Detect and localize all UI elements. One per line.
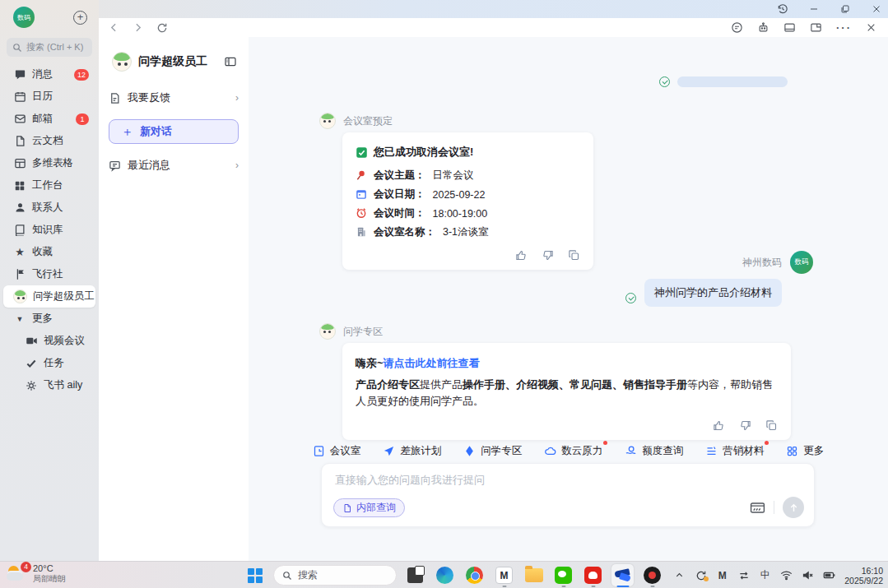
recorder-button[interactable] xyxy=(641,564,663,586)
new-chat-button[interactable]: ＋ 新对话 xyxy=(109,119,239,144)
calendar-color-icon xyxy=(356,188,368,201)
user-avatar[interactable]: 数码 xyxy=(790,251,813,274)
sidebar-item-messages[interactable]: 消息 12 xyxy=(3,63,95,86)
edge-button[interactable] xyxy=(434,564,456,586)
message-sender: 会议室预定 xyxy=(343,114,393,128)
user-name: 神州数码 xyxy=(742,256,782,270)
weather-widget[interactable]: 4 20°C 局部晴朗 xyxy=(7,563,66,584)
start-button[interactable] xyxy=(244,564,266,586)
sidebar-item-more[interactable]: ▼ 更多 xyxy=(3,308,95,330)
bot-icon[interactable] xyxy=(757,21,769,34)
feishu-button[interactable] xyxy=(611,564,634,586)
input-placeholder: 直接输入您的问题向我进行提问 xyxy=(335,473,485,488)
m-tray-icon[interactable]: M xyxy=(716,569,728,581)
internal-query-pill[interactable]: 内部查询 xyxy=(333,498,405,517)
plus-icon: ＋ xyxy=(121,124,133,140)
quick-action-marketing[interactable]: 营销材料 xyxy=(705,444,764,458)
explorer-button[interactable] xyxy=(523,564,545,586)
battery-icon[interactable] xyxy=(823,569,835,581)
sidebar-item-wenxue-super-employee[interactable]: 问学超级员工 xyxy=(3,285,95,308)
unread-badge: 12 xyxy=(74,69,89,81)
quick-action-meeting-room[interactable]: 会议室 xyxy=(313,444,361,458)
chrome-button[interactable] xyxy=(463,564,486,586)
chat-area: 会议室预定 您已成功取消会议室! 会议主题： 日常会议 会议日期： 2025-0… xyxy=(249,37,888,561)
panel-title: 问学超级员工 xyxy=(138,54,217,69)
sidebar-item-feishu-aily[interactable]: 飞书 aily xyxy=(3,374,95,396)
tray-expand-icon[interactable] xyxy=(673,569,686,581)
quick-action-travel-plan[interactable]: 差旅计划 xyxy=(383,444,441,458)
recent-messages-item[interactable]: 最近消息 › xyxy=(109,152,239,178)
mail-icon xyxy=(13,113,26,126)
sidebar-item-flight-club[interactable]: 飞行社 xyxy=(3,263,95,285)
clock[interactable]: 16:10 2025/9/22 xyxy=(844,566,883,586)
refresh-icon[interactable] xyxy=(156,22,168,34)
sidebar-item-contacts[interactable]: 联系人 xyxy=(3,197,95,219)
back-icon[interactable] xyxy=(109,22,119,33)
feishu-icon xyxy=(614,567,631,584)
card-view-icon[interactable] xyxy=(783,21,796,34)
quick-action-label: 会议室 xyxy=(330,444,361,458)
card-link[interactable]: 请点击此处前往查看 xyxy=(384,357,480,369)
message-input-card[interactable]: 直接输入您的问题向我进行提问 内部查询 xyxy=(321,463,815,527)
wechat-button[interactable] xyxy=(552,564,574,586)
quick-action-more[interactable]: 更多 xyxy=(786,444,824,458)
quick-action-quota[interactable]: 额度查询 xyxy=(625,444,683,458)
sidebar-item-favorites[interactable]: ★ 收藏 xyxy=(3,241,95,263)
bot-avatar[interactable] xyxy=(319,113,336,129)
sidebar-item-base[interactable]: 多维表格 xyxy=(3,152,95,174)
send-button[interactable] xyxy=(783,497,804,518)
history-icon[interactable] xyxy=(776,2,789,16)
close-chat-icon[interactable] xyxy=(866,22,876,33)
add-icon[interactable]: + xyxy=(73,11,87,25)
sync-tray-icon[interactable] xyxy=(695,569,707,581)
sidebar-item-calendar[interactable]: 日历 xyxy=(3,86,95,108)
collapse-panel-icon[interactable] xyxy=(224,55,237,68)
sidebar-item-label: 消息 xyxy=(32,67,53,81)
layout-icon[interactable] xyxy=(810,21,822,34)
workbench-icon xyxy=(13,179,26,192)
star-icon: ★ xyxy=(13,246,26,259)
chat-icon xyxy=(13,68,26,81)
task-view-icon xyxy=(407,567,423,583)
close-button[interactable] xyxy=(870,2,883,16)
sidebar-item-video-meeting[interactable]: 视频会议 xyxy=(3,330,95,352)
wifi-icon[interactable] xyxy=(780,569,793,581)
sidebar-item-mail[interactable]: 邮箱 1 xyxy=(3,108,95,130)
maximize-button[interactable] xyxy=(839,2,852,16)
chrome-icon xyxy=(466,567,483,584)
taskbar-search-label: 搜索 xyxy=(298,568,318,582)
feedback-item[interactable]: 我要反馈 › xyxy=(109,85,239,111)
ime-indicator[interactable]: 中 xyxy=(759,569,771,581)
shortcut-icon[interactable] xyxy=(750,502,765,514)
switch-tray-icon[interactable] xyxy=(737,569,750,581)
markdown-app-button[interactable]: M xyxy=(493,564,515,586)
sidebar-item-label: 收藏 xyxy=(32,245,53,259)
message-sender: 问学专区 xyxy=(343,325,383,339)
search-input[interactable]: 搜索 (Ctrl + K) xyxy=(7,38,92,57)
notification-dot xyxy=(603,441,607,445)
volume-muted-icon[interactable] xyxy=(802,569,814,581)
user-avatar[interactable]: 数码 xyxy=(13,7,35,28)
minimize-button[interactable] xyxy=(807,2,821,16)
chat-mode-icon[interactable] xyxy=(731,21,743,34)
sidebar-item-workbench[interactable]: 工作台 xyxy=(3,174,95,197)
sidebar-item-knowledge[interactable]: 知识库 xyxy=(3,219,95,241)
body-bold: 产品介绍专区 xyxy=(356,378,420,391)
forward-icon[interactable] xyxy=(133,22,143,33)
task-view-button[interactable] xyxy=(404,564,426,586)
taskbar-search[interactable]: 搜索 xyxy=(273,565,397,586)
thumbs-up-icon[interactable] xyxy=(713,419,725,432)
quick-action-wenxue-zone[interactable]: 问学专区 xyxy=(463,444,522,458)
sidebar-item-tasks[interactable]: 任务 xyxy=(3,352,95,374)
row-value: 2025-09-22 xyxy=(433,189,486,201)
cloud-doc-icon xyxy=(13,135,26,148)
quick-action-label: 营销材料 xyxy=(723,444,764,458)
thumbs-down-icon[interactable] xyxy=(739,419,751,432)
sidebar-item-cloud-docs[interactable]: 云文档 xyxy=(3,130,95,152)
bot-avatar[interactable] xyxy=(319,323,336,340)
red-app-button[interactable] xyxy=(582,564,604,586)
more-icon[interactable]: ··· xyxy=(836,21,852,34)
check-icon xyxy=(25,357,38,370)
copy-icon[interactable] xyxy=(765,419,778,432)
quick-action-shuyun[interactable]: 数云原力 xyxy=(544,444,602,458)
